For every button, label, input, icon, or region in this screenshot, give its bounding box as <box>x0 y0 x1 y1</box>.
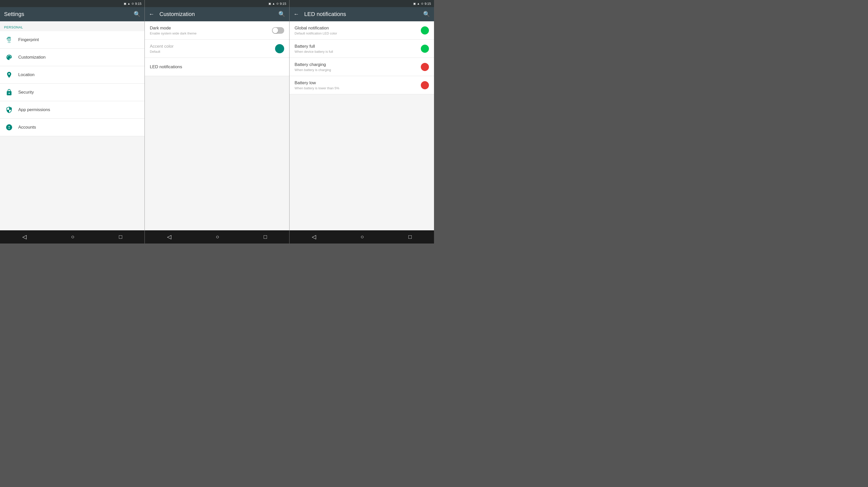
battery-full-dot <box>421 45 429 53</box>
dark-mode-row[interactable]: Dark mode Enable system wide dark theme <box>145 21 289 39</box>
vibrate-icon-2: ▣ <box>269 2 271 5</box>
customization-label: Customization <box>18 55 45 60</box>
battery-full-subtitle: When device battery is full <box>294 50 333 54</box>
status-icons-1: ▣ ▲ ⊙ 9:15 <box>124 2 142 6</box>
led-row-battery-charging[interactable]: Battery charging When battery is chargin… <box>289 58 434 76</box>
led-title: LED notifications <box>304 11 420 18</box>
back-button-2[interactable]: ← <box>149 11 154 18</box>
settings-content: Personal Fingerprint Customization <box>0 21 145 230</box>
customization-screen: ▣ ▲ ⊙ 9:15 ← Customization 🔍 Dark mode E… <box>145 0 289 244</box>
battery-icon: ⊙ <box>131 2 134 5</box>
accounts-icon <box>4 122 14 133</box>
led-row-battery-full[interactable]: Battery full When device battery is full <box>289 39 434 58</box>
accent-color-subtitle: Default <box>150 50 174 54</box>
nav-bar-2: ◁ ○ □ <box>145 230 289 244</box>
battery-low-dot <box>421 81 429 89</box>
security-label: Security <box>18 90 34 95</box>
recent-nav-1[interactable]: □ <box>114 232 127 242</box>
battery-charging-info: Battery charging When battery is chargin… <box>294 62 331 72</box>
accent-color-info: Accent color Default <box>150 44 174 54</box>
vibrate-icon: ▣ <box>124 2 126 5</box>
sidebar-item-customization[interactable]: Customization <box>0 49 145 66</box>
global-notification-title: Global notification <box>294 26 337 31</box>
battery-low-info: Battery low When battery is lower than 5… <box>294 80 339 90</box>
search-icon-2[interactable]: 🔍 <box>278 11 285 18</box>
customization-content: Dark mode Enable system wide dark theme … <box>145 21 289 230</box>
search-icon-3[interactable]: 🔍 <box>423 11 430 18</box>
status-icons-3: ▣ ▲ ⊙ 9:15 <box>413 2 431 6</box>
global-notification-dot <box>421 26 429 34</box>
settings-title: Settings <box>4 11 130 18</box>
app-permissions-label: App permissions <box>18 107 50 112</box>
battery-low-subtitle: When battery is lower than 5% <box>294 86 339 90</box>
status-bar-1: ▣ ▲ ⊙ 9:15 <box>0 0 145 7</box>
sidebar-item-accounts[interactable]: Accounts <box>0 119 145 136</box>
led-row-global[interactable]: Global notification Default notification… <box>289 21 434 39</box>
led-screen: ▣ ▲ ⊙ 9:15 ← LED notifications 🔍 Global … <box>289 0 434 244</box>
accent-color-row[interactable]: Accent color Default <box>145 39 289 58</box>
status-time-2: 9:15 <box>280 2 286 6</box>
signal-icon-3: ▲ <box>417 2 420 5</box>
status-bar-3: ▣ ▲ ⊙ 9:15 <box>289 0 434 7</box>
battery-icon-2: ⊙ <box>276 2 279 5</box>
global-notification-subtitle: Default notification LED color <box>294 31 337 35</box>
battery-low-title: Battery low <box>294 80 339 85</box>
search-icon-1[interactable]: 🔍 <box>133 11 141 18</box>
location-label: Location <box>18 72 34 77</box>
nav-bar-3: ◁ ○ □ <box>289 230 434 244</box>
home-nav-1[interactable]: ○ <box>66 232 79 242</box>
settings-screen: ▣ ▲ ⊙ 9:15 Settings 🔍 Personal Fingerpri… <box>0 0 145 244</box>
battery-full-title: Battery full <box>294 44 333 49</box>
status-icons-2: ▣ ▲ ⊙ 9:15 <box>269 2 286 6</box>
accounts-label: Accounts <box>18 125 36 130</box>
status-bar-2: ▣ ▲ ⊙ 9:15 <box>145 0 289 7</box>
top-bar-3: ← LED notifications 🔍 <box>289 7 434 21</box>
recent-nav-3[interactable]: □ <box>403 232 417 242</box>
recent-nav-2[interactable]: □ <box>258 232 272 242</box>
dark-mode-toggle[interactable] <box>272 27 284 34</box>
location-icon <box>4 70 14 80</box>
section-personal: Personal <box>0 21 145 31</box>
shield-icon <box>4 105 14 115</box>
dark-mode-title: Dark mode <box>150 26 196 31</box>
dark-mode-info: Dark mode Enable system wide dark theme <box>150 26 196 35</box>
accent-color-dot <box>275 44 284 53</box>
led-row-battery-low[interactable]: Battery low When battery is lower than 5… <box>289 76 434 94</box>
led-notifications-row[interactable]: LED notifications <box>145 58 289 76</box>
sidebar-item-app-permissions[interactable]: App permissions <box>0 101 145 119</box>
battery-charging-dot <box>421 63 429 71</box>
sidebar-item-security[interactable]: Security <box>0 84 145 101</box>
signal-icon-2: ▲ <box>272 2 275 5</box>
top-bar-1: Settings 🔍 <box>0 7 145 21</box>
battery-icon-3: ⊙ <box>421 2 423 5</box>
led-content: Global notification Default notification… <box>289 21 434 230</box>
signal-icon: ▲ <box>127 2 130 5</box>
back-button-3[interactable]: ← <box>293 11 299 18</box>
nav-bar-1: ◁ ○ □ <box>0 230 145 244</box>
vibrate-icon-3: ▣ <box>413 2 416 5</box>
accent-color-title: Accent color <box>150 44 174 49</box>
battery-charging-subtitle: When battery is charging <box>294 68 331 72</box>
home-nav-3[interactable]: ○ <box>355 232 369 242</box>
back-nav-2[interactable]: ◁ <box>162 232 177 242</box>
battery-charging-title: Battery charging <box>294 62 331 67</box>
led-notifications-info: LED notifications <box>150 64 182 69</box>
fingerprint-icon <box>4 35 14 45</box>
dark-mode-subtitle: Enable system wide dark theme <box>150 31 196 35</box>
back-nav-3[interactable]: ◁ <box>307 232 321 242</box>
sidebar-item-fingerprint[interactable]: Fingerprint <box>0 31 145 49</box>
toggle-knob-dark <box>273 28 278 33</box>
customization-title: Customization <box>159 11 275 18</box>
home-nav-2[interactable]: ○ <box>211 232 224 242</box>
status-time-3: 9:15 <box>425 2 431 6</box>
back-nav-1[interactable]: ◁ <box>17 232 32 242</box>
security-icon <box>4 87 14 97</box>
led-notifications-title: LED notifications <box>150 64 182 69</box>
fingerprint-label: Fingerprint <box>18 37 39 42</box>
sidebar-item-location[interactable]: Location <box>0 66 145 84</box>
battery-full-info: Battery full When device battery is full <box>294 44 333 54</box>
status-time-1: 9:15 <box>135 2 142 6</box>
global-notification-info: Global notification Default notification… <box>294 26 337 35</box>
top-bar-2: ← Customization 🔍 <box>145 7 289 21</box>
customization-icon <box>4 52 14 62</box>
